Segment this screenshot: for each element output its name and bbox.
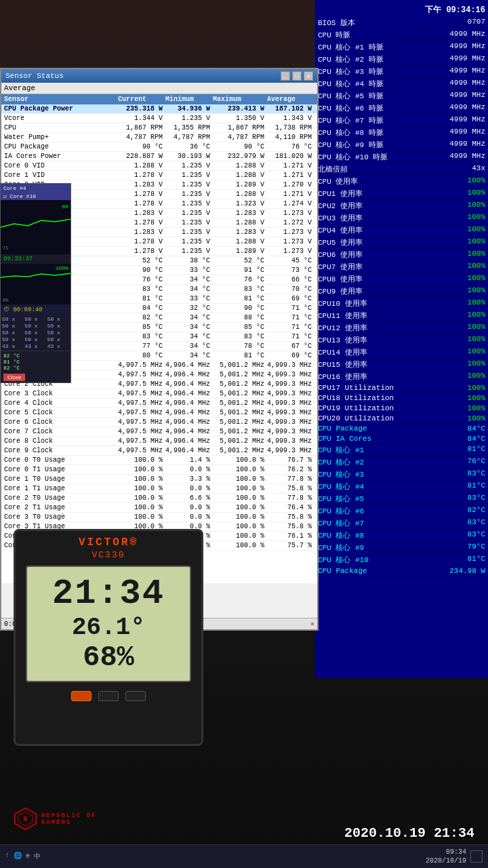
hwinfo-row: Vcore 1.344 V 1.235 V 1.350 V 1.343 V [1,114,317,123]
rp-row: CPU17 Utilization 100% [318,383,485,393]
hwinfo-row: Core 8 Clock 4,997.5 MHz 4,996.4 MHz 5,0… [1,437,317,446]
col-minimum: Minimum [165,96,213,103]
show-desktop-button[interactable] [470,850,483,863]
close-button[interactable]: ✕ [304,71,313,81]
svg-text:R: R [23,815,28,823]
device-btn3[interactable] [125,691,146,701]
rp-row: CPU 核心 #4 81°C [318,481,485,493]
hwinfo-titlebar-buttons: _ □ ✕ [281,71,313,81]
hwinfo-row: Core 4 Clock 4,997.5 MHz 4,996.4 MHz 5,0… [1,399,317,408]
rp-row: CPU 核心 #5 時脈 4999 MHz [318,90,485,102]
rp-row: CPU 核心 #5 83°C [318,493,485,505]
maximize-button[interactable]: □ [292,71,302,81]
hwinfo-row: Core 9 Clock 4,997.5 MHz 4,996.4 MHz 5,0… [1,446,317,456]
hw-small-title: Core #4 [1,184,70,193]
right-panel: 下午 09:34:16 BIOS 版本 0707 CPU 時脈 4999 MHz… [315,0,488,678]
device-model: VC330 [16,550,201,560]
hw-small-close-btn[interactable]: Close [1,372,70,382]
hw-small-graph2: 100% 0% [1,264,70,304]
rog-logo-area: R REPUBLIC OF GAMERS [14,807,96,831]
hwinfo-row: Core 6 Clock 4,997.5 MHz 4,996.4 MHz 5,0… [1,418,317,427]
device-btn2[interactable] [98,691,119,701]
rp-row: CPU18 Utilization 100% [318,393,485,403]
hwinfo-menu: Average [1,83,317,94]
rp-row: CPU5 使用率 100% [318,237,485,249]
rp-row: CPU 核心 #9 79°C [318,542,485,554]
hwinfo-row: Core 1 T1 Usage 100.0 % 0.0 % 100.0 % 75… [1,484,317,494]
rp-row: CPU 時脈 4999 MHz [318,29,485,41]
rp-row: CPU9 使用率 100% [318,285,485,298]
hwinfo-row: Core 3 T0 Usage 100.0 % 0.0 % 100.0 % 75… [1,513,317,522]
rp-row: CPU1 使用率 100% [318,188,485,200]
device-humidity: 68% [33,642,184,674]
rp-row: CPU IA Cores 84°C [318,434,485,444]
taskbar-icon-globe: 🌐 [14,852,22,861]
hw-small-subtitle: ☑ Core #10 [1,193,70,200]
rp-row: CPU 核心 #4 時脈 4999 MHz [318,78,485,90]
status-close[interactable]: ✕ [310,620,314,628]
rp-row: CPU7 使用率 100% [318,261,485,273]
rp-row: CPU14 使用率 100% [318,347,485,359]
minimize-button[interactable]: _ [281,71,290,81]
hw-small-values: 50 x50 x50 x 50 x50 x50 x 50 x50 x50 x 5… [1,315,70,351]
rp-row: CPU 核心 #1 81°C [318,444,485,456]
hwinfo-row: Core 7 Clock 4,997.5 MHz 4,996.4 MHz 5,0… [1,427,317,437]
rp-row: CPU 核心 #2 76°C [318,456,485,469]
hwinfo-row: IA Cores Power 228.887 W 30.193 W 232.97… [1,152,317,161]
hwinfo-row: Core 0 VID 1.288 V 1.235 V 1.288 V 1.271… [1,161,317,171]
device-buttons [16,688,201,705]
rp-row: CPU 核心 #10 81°C [318,554,485,566]
rp-row: CPU 核心 #1 時脈 4999 MHz [318,41,485,54]
hwinfo-column-headers: Sensor Current Minimum Maximum Average [1,94,317,104]
hwinfo-row: Core 2 T0 Usage 100.0 % 6.6 % 100.0 % 77… [1,494,317,503]
taskbar-clock: 09:34 2020/10/19 [426,848,466,865]
rp-time-value: 下午 09:34:16 [425,4,485,16]
rp-row: CPU4 使用率 100% [318,224,485,237]
rp-row: CPU15 使用率 100% [318,359,485,371]
rp-row: CPU19 Utilization 100% [318,403,485,414]
rp-row: CPU Package 234.98 W [318,566,485,576]
device-btn1[interactable] [71,691,92,701]
screenshot-timestamp: 2020.10.19 21:34 [344,825,474,841]
rp-row: CPU 核心 #3 時脈 4999 MHz [318,66,485,78]
rp-row: CPU 核心 #10 時脈 4999 MHz [318,151,485,163]
rp-row: 北橋倍頻 43x [318,163,485,176]
taskbar-icon-input: ⊕ [26,852,30,861]
rp-row: CPU11 使用率 100% [318,310,485,322]
rp-row: CPU8 使用率 100% [318,273,485,285]
hwinfo-row: Core 1 T0 Usage 100.0 % 3.3 % 100.0 % 77… [1,475,317,484]
rp-row: CPU16 使用率 100% [318,371,485,383]
taskbar: ↑ 🌐 ⊕ 中 09:34 2020/10/19 [0,844,488,868]
rp-row: BIOS 版本 0707 [318,17,485,29]
hw-small-graph: 80 75 [1,200,70,254]
rp-row: CPU 核心 #6 82°C [318,505,485,517]
col-current: Current [118,96,165,103]
rp-row: CPU Package 84°C [318,424,485,434]
rp-row: CPU 使用率 100% [318,176,485,188]
device-sub-reading: 26.1° [33,614,184,642]
hwinfo-row: Core 3 Clock 4,997.5 MHz 4,996.4 MHz 5,0… [1,389,317,399]
rp-row: CPU2 使用率 100% [318,200,485,212]
hwinfo-row: Water Pump+ 4,787 RPM 4,787 RPM 4,787 RP… [1,133,317,142]
rp-row: CPU 核心 #2 時脈 4999 MHz [318,54,485,66]
taskbar-date: 2020/10/19 [426,856,466,865]
rp-row: CPU 核心 #8 時脈 4999 MHz [318,127,485,139]
device-brand: VICTOR® [16,531,201,550]
device-screen: 21:34 26.1° 68% [26,566,191,682]
hw-small-temps: 82 °C 81 °C 82 °C [1,351,70,372]
victor-device: VICTOR® VC330 21:34 26.1° 68% [14,529,203,746]
rp-row: CPU20 Utilization 100% [318,414,485,424]
rp-row: CPU 核心 #6 時脈 4999 MHz [318,102,485,115]
rp-row: CPU 核心 #9 時脈 4999 MHz [318,139,485,151]
rp-row: CPU10 使用率 100% [318,298,485,310]
rog-symbol: R [14,807,37,831]
rp-row: CPU 核心 #3 83°C [318,469,485,481]
hwinfo-row: Core 0 T1 Usage 100.0 % 0.0 % 100.0 % 76… [1,465,317,475]
hw-small-window: Core #4 ☑ Core #10 80 75 09:33:37 100% 0… [0,183,71,383]
hw-small-elapsed: ⏱ 00:00:40 [1,304,70,315]
rp-row: CPU 核心 #8 83°C [318,530,485,542]
rp-row: CPU 核心 #7 時脈 4999 MHz [318,115,485,127]
col-sensor: Sensor [4,96,118,103]
taskbar-time: 09:34 [426,848,466,856]
hwinfo-row: Core 1 VID 1.278 V 1.235 V 1.288 V 1.271… [1,171,317,180]
